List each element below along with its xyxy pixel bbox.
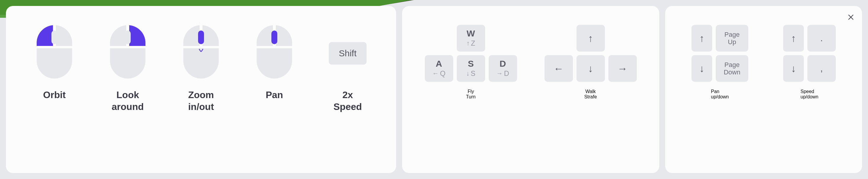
walk-controls: ↑ ← ↓ → [545,18,637,100]
key-up-arrow-speed: ↑ [783,25,804,52]
key-up-arrow: ↑ [691,25,712,52]
shift-keycap-icon: Shift [329,42,367,65]
close-icon [847,14,855,21]
svg-rect-1 [125,30,131,44]
key-down: ↓ [577,55,605,82]
zoom-control: Zoom in/out [164,18,238,112]
svg-rect-2 [198,30,204,44]
key-left: ← [545,55,573,82]
key-page-down: Page Down [716,55,748,82]
auxiliary-controls-panel: ↑ Page Up ↓ Page Down [665,6,862,173]
fly-controls: W ↑Z A ←Q S ↓S [425,18,517,100]
key-page-up: Page Up [716,25,748,52]
fly-label: Fly [468,89,474,94]
mouse-icon-left-button [34,25,75,81]
speed-updown-label: Speed up/down [801,89,818,100]
mouse-icon-middle-button [254,25,295,81]
orbit-label: Orbit [43,89,66,101]
key-s: S ↓S [457,55,485,82]
controls-help-overlay: Orbit Look around [0,0,868,179]
speed-modifier-control: Shift 2x Speed [311,18,384,112]
mouse-icon-scroll-wheel [180,25,222,81]
movement-controls-panel: W ↑Z A ←Q S ↓S [402,6,659,173]
key-comma: , [807,55,836,82]
svg-rect-3 [271,30,277,44]
key-down-arrow-speed: ↓ [783,55,804,82]
walk-sublabel: Strafe [584,94,597,100]
mouse-icon-right-button [107,25,148,81]
svg-rect-0 [52,30,57,44]
key-right: → [609,55,637,82]
close-button[interactable] [847,13,855,21]
mouse-controls-panel: Orbit Look around [6,6,396,173]
key-w: W ↑Z [457,25,485,52]
pan-updown-controls: ↑ Page Up ↓ Page Down [691,18,748,100]
pan-control: Pan [238,18,311,101]
key-period: . [807,25,836,52]
look-around-label: Look around [112,89,144,112]
key-up: ↑ [577,25,605,52]
pan-label: Pan [266,89,283,101]
fly-sublabel: Turn [466,94,475,100]
key-a: A ←Q [425,55,453,82]
pan-updown-label: Pan up/down [711,89,729,100]
zoom-label: Zoom in/out [188,89,214,112]
look-around-control: Look around [91,18,164,112]
speed-updown-controls: ↑ . ↓ , [783,18,836,100]
key-down-arrow: ↓ [691,55,712,82]
key-d: D →D [489,55,517,82]
orbit-control: Orbit [18,18,91,101]
speed-label: 2x Speed [334,89,362,112]
walk-label: Walk [585,89,596,94]
